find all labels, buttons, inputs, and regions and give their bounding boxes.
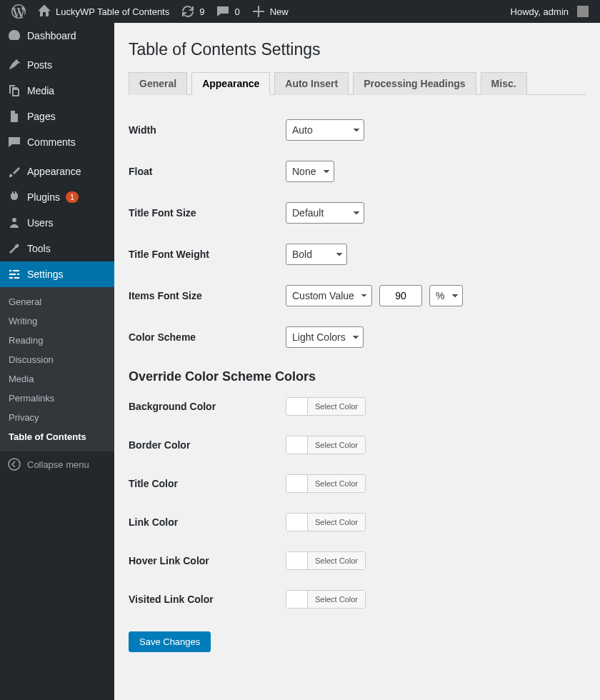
dashboard-icon [7,29,21,43]
new-label: New [270,6,289,17]
tab-processing-headings[interactable]: Processing Headings [353,72,476,95]
sidebar-item-label: Comments [27,136,76,148]
comments-count: 0 [234,6,239,17]
color-swatch [286,591,308,608]
sidebar-item-label: Appearance [27,166,81,177]
tab-misc[interactable]: Misc. [481,72,527,95]
submenu-table-of-contents[interactable]: Table of Contents [0,427,114,446]
items-font-size-input[interactable] [379,285,422,306]
updates-link[interactable]: 9 [175,0,210,23]
page-title: Table of Contents Settings [129,40,586,59]
visited-link-color-picker[interactable]: Select Color [286,590,366,609]
items-font-size-unit-select[interactable]: % [429,285,463,306]
wordpress-icon [11,4,26,19]
wrench-icon [7,241,21,256]
color-swatch [286,398,308,415]
submenu-discussion[interactable]: Discussion [0,350,114,369]
color-swatch [286,436,308,454]
sidebar-item-comments[interactable]: Comments [0,129,114,155]
float-select[interactable]: None [286,161,334,182]
title-font-weight-select[interactable]: Bold [286,244,347,265]
submenu-reading[interactable]: Reading [0,331,114,350]
refresh-icon [181,4,195,19]
comments-link[interactable]: 0 [210,0,245,23]
width-select[interactable]: Auto [286,119,364,141]
submenu-permalinks[interactable]: Permalinks [0,389,114,408]
sidebar-item-label: Media [27,85,54,96]
pin-icon [7,58,21,72]
updates-count: 9 [199,6,204,17]
select-color-button[interactable]: Select Color [308,552,365,569]
svg-point-0 [9,459,20,470]
float-label: Float [129,166,286,177]
sidebar-item-media[interactable]: Media [0,78,114,104]
sliders-icon [7,267,21,281]
submenu-media[interactable]: Media [0,369,114,389]
border-color-label: Border Color [129,439,286,451]
sidebar-item-label: Settings [27,269,64,280]
hover-link-color-picker[interactable]: Select Color [286,551,366,570]
brush-icon [7,164,21,179]
tab-general[interactable]: General [129,72,187,95]
width-label: Width [129,124,286,136]
sidebar-item-label: Plugins [27,191,60,203]
submenu-general[interactable]: General [0,292,114,311]
sidebar-item-appearance[interactable]: Appearance [0,159,114,184]
tab-appearance[interactable]: Appearance [191,72,270,95]
hover-link-color-label: Hover Link Color [129,555,286,566]
visited-link-color-label: Visited Link Color [129,594,286,605]
collapse-icon [7,457,21,471]
plugin-icon [7,190,21,204]
main-content: Table of Contents Settings General Appea… [114,23,600,700]
select-color-button[interactable]: Select Color [308,514,365,531]
sidebar-item-settings[interactable]: Settings [0,261,114,287]
sidebar-item-label: Pages [27,111,56,122]
select-color-button[interactable]: Select Color [308,436,365,454]
new-content-link[interactable]: New [246,0,294,23]
title-color-label: Title Color [129,478,286,489]
background-color-picker[interactable]: Select Color [286,397,366,416]
title-font-size-label: Title Font Size [129,207,286,219]
title-font-weight-label: Title Font Weight [129,249,286,260]
submenu-writing[interactable]: Writing [0,311,114,331]
color-scheme-label: Color Scheme [129,331,286,343]
admin-sidebar: Dashboard Posts Media Pages Comments App… [0,23,114,700]
plus-icon [251,4,266,19]
sidebar-item-tools[interactable]: Tools [0,236,114,261]
user-icon [7,216,21,230]
wp-logo[interactable] [6,0,31,23]
submenu-privacy[interactable]: Privacy [0,408,114,427]
border-color-picker[interactable]: Select Color [286,436,366,454]
site-name-link[interactable]: LuckyWP Table of Contents [31,0,175,23]
comment-icon [7,135,21,149]
sidebar-item-plugins[interactable]: Plugins 1 [0,184,114,210]
sidebar-item-dashboard[interactable]: Dashboard [0,23,114,49]
sidebar-item-pages[interactable]: Pages [0,104,114,129]
select-color-button[interactable]: Select Color [308,591,365,608]
account-link[interactable]: Howdy, admin [505,0,594,23]
color-swatch [286,514,308,531]
title-color-picker[interactable]: Select Color [286,474,366,493]
sidebar-item-users[interactable]: Users [0,210,114,236]
color-swatch [286,552,308,569]
sidebar-item-label: Users [27,217,54,229]
save-button[interactable]: Save Changes [129,631,211,652]
title-font-size-select[interactable]: Default [286,202,364,224]
page-icon [7,109,21,124]
greeting-text: Howdy, admin [511,6,569,17]
sidebar-item-label: Dashboard [27,30,76,41]
select-color-button[interactable]: Select Color [308,398,365,415]
sidebar-item-posts[interactable]: Posts [0,52,114,78]
settings-submenu: General Writing Reading Discussion Media… [0,287,114,451]
media-icon [7,84,21,98]
color-scheme-select[interactable]: Light Colors [286,326,364,348]
collapse-menu-button[interactable]: Collapse menu [0,451,114,477]
link-color-picker[interactable]: Select Color [286,513,366,531]
color-swatch [286,475,308,492]
comment-icon [216,4,230,19]
items-font-size-label: Items Font Size [129,290,286,301]
settings-tabs: General Appearance Auto Insert Processin… [129,72,586,95]
items-font-size-mode-select[interactable]: Custom Value [286,285,372,306]
select-color-button[interactable]: Select Color [308,475,365,492]
tab-auto-insert[interactable]: Auto Insert [274,72,349,95]
